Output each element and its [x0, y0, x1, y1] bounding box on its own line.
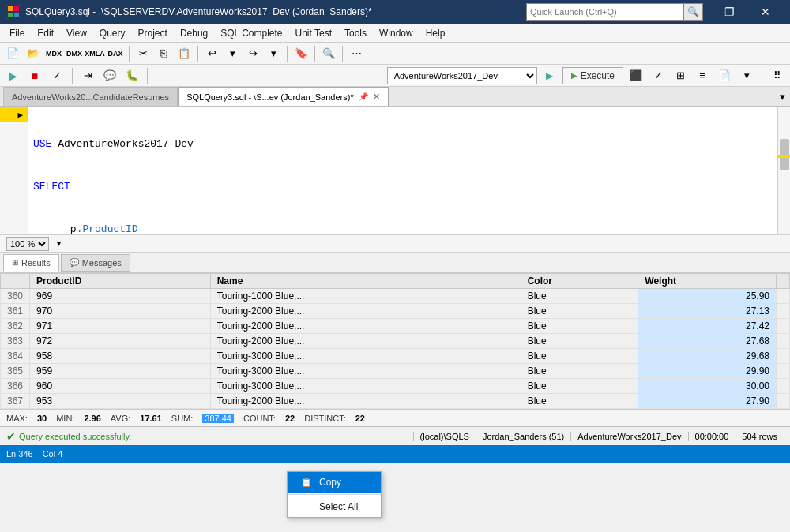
results-tab-icon: ⊞	[12, 258, 18, 267]
menu-unittest[interactable]: Unit Test	[289, 24, 338, 42]
ctx-select-all-item[interactable]: Select All	[288, 496, 381, 517]
tab-pin-icon[interactable]: 📌	[359, 92, 368, 101]
tb-dmx-btn[interactable]: DMX	[65, 45, 84, 62]
tb-text-btn[interactable]: ≡	[693, 67, 712, 84]
cell-productid: 972	[30, 334, 211, 349]
tb-parse-btn[interactable]: ✓	[47, 67, 66, 84]
zoom-select[interactable]: 100 %	[6, 237, 49, 251]
distinct-label: DISTINCT:	[304, 414, 346, 423]
editor-content[interactable]: USE AdventureWorks2017_Dev SELECT p.Prod…	[28, 107, 777, 234]
cell-productid: 970	[30, 304, 211, 319]
tb-open-btn[interactable]: 📂	[24, 45, 43, 62]
tb-mdx-btn[interactable]: MDX	[44, 45, 63, 62]
tb-redo-btn[interactable]: ↪	[243, 45, 262, 62]
close-button[interactable]: ✕	[747, 0, 784, 24]
cell-rownum: 362	[1, 319, 30, 334]
tb-sep-5	[342, 46, 343, 62]
table-row: 367 953 Touring-2000 Blue,... Blue 27.90	[1, 394, 790, 409]
col-header-weight[interactable]: Weight	[638, 274, 777, 289]
tab-dropdown-btn[interactable]: ▾	[774, 87, 790, 106]
tab-candidate-resumes[interactable]: AdventureWorks20...CandidateResumes	[3, 87, 178, 106]
restore-button[interactable]: ❐	[711, 0, 747, 24]
tab-sqlquery3[interactable]: SQLQuery3.sql - \S...ev (Jordan_Sanders)…	[178, 87, 389, 106]
tb-indent-btn[interactable]: ⇥	[78, 67, 97, 84]
toolbar-1: 📄 📂 MDX DMX XMLA DAX ✂ ⎘ 📋 ↩ ▾ ↪ ▾ 🔖 🔍 ⋯	[0, 43, 790, 65]
cell-empty	[777, 349, 790, 364]
menu-tools[interactable]: Tools	[338, 24, 373, 42]
tb-undo-btn[interactable]: ↩	[202, 45, 221, 62]
quick-launch-input[interactable]	[526, 3, 684, 21]
menu-window[interactable]: Window	[373, 24, 419, 42]
database-dropdown[interactable]: AdventureWorks2017_Dev	[387, 67, 537, 84]
ctx-copy-item[interactable]: 📋 Copy	[288, 472, 381, 493]
col-header-productid[interactable]: ProductID	[30, 274, 211, 289]
tb-search-btn[interactable]: 🔍	[319, 45, 338, 62]
tb-stop-btn[interactable]: ■	[25, 67, 44, 84]
cell-empty	[777, 319, 790, 334]
cell-empty	[777, 334, 790, 349]
col-info: Col 4	[43, 449, 63, 459]
tb-connect-btn[interactable]: ▶	[3, 67, 22, 84]
tab-close-icon[interactable]: ✕	[373, 92, 380, 102]
editor-scrollbar[interactable]	[777, 107, 790, 234]
zoom-dropdown-btn[interactable]: ▾	[52, 237, 65, 251]
cell-name: Touring-2000 Blue,...	[210, 319, 521, 334]
tb-redo-drop-btn[interactable]: ▾	[264, 45, 283, 62]
quick-launch-area: 🔍	[526, 3, 703, 21]
tab-results[interactable]: ⊞ Results	[3, 254, 59, 272]
tb-bookmark-btn[interactable]: 🔖	[292, 45, 310, 62]
col-header-name[interactable]: Name	[210, 274, 521, 289]
tb-sep-4	[314, 46, 315, 62]
tb-results-btn[interactable]: ✓	[649, 67, 668, 84]
status-db: AdventureWorks2017_Dev	[570, 432, 687, 441]
cell-color: Blue	[521, 364, 638, 379]
tb-extras-btn[interactable]: ⋯	[347, 45, 366, 62]
time-label: 00:00:00	[695, 432, 729, 441]
menu-query[interactable]: Query	[93, 24, 132, 42]
menu-debug[interactable]: Debug	[174, 24, 214, 42]
status-rows: 504 rows	[735, 432, 784, 441]
menu-sqlcomplete[interactable]: SQL Complete	[214, 24, 288, 42]
tb-db-connect-btn[interactable]: ▶	[540, 67, 559, 84]
tb-stop-execute-btn[interactable]: ⬛	[626, 67, 645, 84]
cell-productid: 959	[30, 364, 211, 379]
tb-new-btn[interactable]: 📄	[3, 45, 22, 62]
editor-area: ▶ USE AdventureWorks2017_Dev SELECT p.Pr…	[0, 107, 790, 235]
max-label: MAX:	[6, 414, 28, 423]
data-table-wrap: ProductID Name Color Weight 360 969 Tour…	[0, 273, 790, 409]
status-time: 00:00:00	[688, 432, 735, 441]
execute-button[interactable]: ▶ Execute	[562, 67, 623, 84]
tb-undo-drop-btn[interactable]: ▾	[223, 45, 242, 62]
menu-help[interactable]: Help	[419, 24, 452, 42]
menu-view[interactable]: View	[60, 24, 93, 42]
tb-comment-btn[interactable]: 💬	[100, 67, 119, 84]
tb-extra-btn[interactable]: ▾	[737, 67, 756, 84]
zoom-bar: 100 % ▾	[0, 235, 790, 253]
tb-cut-btn[interactable]: ✂	[134, 45, 152, 62]
tb-debug-btn[interactable]: 🐛	[122, 67, 141, 84]
results-table: ProductID Name Color Weight 360 969 Tour…	[0, 273, 790, 409]
tb-grid-btn[interactable]: ⊞	[671, 67, 690, 84]
avg-value: 17.61	[140, 414, 162, 423]
tb-sep-2	[198, 46, 198, 62]
col-header-color[interactable]: Color	[521, 274, 638, 289]
menu-bar: File Edit View Query Project Debug SQL C…	[0, 24, 790, 43]
cell-empty	[777, 304, 790, 319]
tb-copy-btn[interactable]: ⎘	[154, 45, 173, 62]
svg-rect-1	[8, 6, 13, 11]
cell-name: Touring-2000 Blue,...	[210, 394, 521, 409]
cell-weight: 29.68	[638, 349, 777, 364]
tb-paste-btn[interactable]: 📋	[175, 45, 194, 62]
tab-messages[interactable]: 💬 Messages	[61, 254, 130, 272]
menu-edit[interactable]: Edit	[31, 24, 60, 42]
cell-productid: 971	[30, 319, 211, 334]
cell-color: Blue	[521, 394, 638, 409]
quick-launch-button[interactable]: 🔍	[684, 3, 703, 21]
tb-dax-btn[interactable]: DAX	[106, 45, 125, 62]
cell-name: Touring-1000 Blue,...	[210, 289, 521, 304]
menu-project[interactable]: Project	[132, 24, 174, 42]
menu-file[interactable]: File	[3, 24, 31, 42]
rows-label: 504 rows	[742, 432, 777, 441]
tb-xmla-btn[interactable]: XMLA	[85, 45, 104, 62]
tb-file-out-btn[interactable]: 📄	[715, 67, 734, 84]
